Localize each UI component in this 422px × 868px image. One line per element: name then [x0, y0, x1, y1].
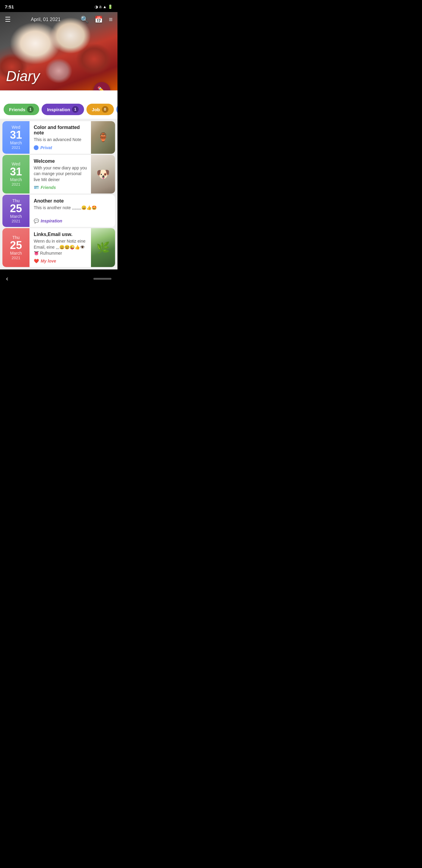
note-card[interactable]: Thu 25 March 2021 Another note This is a…: [2, 195, 115, 227]
halftone-icon: ◑: [95, 4, 98, 9]
tab-label: Job: [92, 107, 100, 112]
note-title: Welcome: [34, 158, 87, 164]
date-month: March: [10, 177, 22, 182]
note-preview: This is an advanced Note: [34, 137, 87, 143]
hero-header: ☰ April, 01 2021 🔍 📅 ≡ Diary ✏️: [0, 12, 118, 90]
category-dot-icon: [34, 145, 38, 150]
plant-image: 🌿: [91, 228, 115, 267]
header-nav: ☰ April, 01 2021 🔍 📅 ≡: [0, 12, 118, 27]
battery-icon: 🔋: [108, 4, 112, 9]
note-title: Color and formatted note: [34, 125, 87, 135]
date-month: March: [10, 214, 22, 219]
date-day-name: Wed: [12, 125, 21, 130]
note-card[interactable]: Wed 31 March 2021 Color and formatted no…: [2, 121, 115, 154]
back-button[interactable]: ‹: [6, 275, 8, 283]
tab-label: Friends: [9, 107, 25, 112]
status-bar: 7:51 ◑ a ▲ 🔋: [0, 0, 118, 12]
filter-icon[interactable]: ≡: [109, 16, 112, 24]
jar-image: 🏺: [91, 121, 115, 154]
note-thumbnail: 🐶: [91, 155, 115, 194]
date-day-name: Thu: [12, 198, 20, 203]
tab-count-badge: 0: [102, 106, 108, 113]
note-content: Welcome With your new diary app you can …: [30, 155, 91, 194]
calendar-icon[interactable]: 📅: [95, 16, 103, 24]
note-content: Another note This is another note ,,,,,,…: [30, 195, 115, 227]
tab-count-badge: 1: [27, 106, 34, 113]
status-icons: ◑ a ▲ 🔋: [95, 4, 112, 9]
date-year: 2021: [12, 255, 21, 260]
note-category: Privat: [34, 145, 87, 150]
note-category: 💬 Inspiration: [34, 218, 111, 223]
home-indicator[interactable]: [93, 278, 111, 280]
date-day-number: 31: [10, 166, 22, 177]
date-day-number: 31: [10, 130, 22, 141]
category-label: Friends: [41, 185, 56, 190]
date-year: 2021: [12, 145, 21, 150]
note-card[interactable]: Wed 31 March 2021 Welcome With your new …: [2, 155, 115, 194]
category-label: Privat: [40, 145, 52, 150]
date-month: March: [10, 141, 22, 145]
tab-my[interactable]: My...: [116, 104, 118, 115]
app-title: Diary: [6, 68, 40, 84]
edit-icon: ✏️: [97, 86, 106, 90]
note-card[interactable]: Thu 25 March 2021 Links,Email usw. Wenn …: [2, 228, 115, 267]
tab-friends[interactable]: Friends1: [4, 104, 39, 115]
note-date-strip: Thu 25 March 2021: [2, 195, 30, 227]
dog-image: 🐶: [91, 155, 115, 194]
menu-icon[interactable]: ☰: [5, 16, 11, 24]
category-label: Inspiration: [41, 218, 62, 223]
note-preview: Wenn du in einer Notiz eine Email, eine …: [34, 239, 87, 256]
note-content: Color and formatted note This is an adva…: [30, 121, 91, 154]
notes-list: Wed 31 March 2021 Color and formatted no…: [0, 119, 118, 270]
category-card-icon: 🪪: [34, 185, 39, 190]
note-date-strip: Wed 31 March 2021: [2, 121, 30, 154]
navigation-bar: ‹: [0, 272, 118, 287]
note-date-strip: Thu 25 March 2021: [2, 228, 30, 267]
category-label: My love: [41, 258, 56, 264]
header-icons: 🔍 📅 ≡: [80, 16, 112, 24]
note-thumbnail: 🏺: [91, 121, 115, 154]
note-category: 🪪 Friends: [34, 185, 87, 190]
tab-label: Inspiration: [47, 107, 70, 112]
tab-job[interactable]: Job0: [87, 104, 114, 115]
note-title: Another note: [34, 198, 111, 204]
note-content: Links,Email usw. Wenn du in einer Notiz …: [30, 228, 91, 267]
date-day-name: Wed: [12, 161, 21, 166]
note-category: ❤️ My love: [34, 258, 87, 264]
note-thumbnail: 🌿: [91, 228, 115, 267]
date-day-number: 25: [10, 203, 22, 214]
note-title: Links,Email usw.: [34, 232, 87, 237]
header-date: April, 01 2021: [31, 17, 61, 22]
tab-count-badge: 1: [72, 106, 78, 113]
search-icon[interactable]: 🔍: [80, 16, 89, 24]
status-time: 7:51: [5, 4, 14, 9]
note-preview: This is another note ,,,,,,,,😀👍🤩: [34, 205, 111, 216]
date-month: March: [10, 251, 22, 255]
amazon-icon: a: [99, 4, 101, 9]
category-heart-icon: ❤️: [34, 258, 39, 264]
category-speech-icon: 💬: [34, 218, 39, 223]
date-year: 2021: [12, 182, 21, 187]
note-preview: With your new diary app you can mange yo…: [34, 165, 87, 183]
date-day-name: Thu: [12, 235, 20, 240]
date-day-number: 25: [10, 240, 22, 251]
date-year: 2021: [12, 219, 21, 223]
tab-inspiration[interactable]: Inspiration1: [41, 104, 84, 115]
note-date-strip: Wed 31 March 2021: [2, 155, 30, 194]
signal-icon: ▲: [103, 4, 107, 9]
category-tabs: Friends1Inspiration1Job0My...: [0, 90, 118, 119]
